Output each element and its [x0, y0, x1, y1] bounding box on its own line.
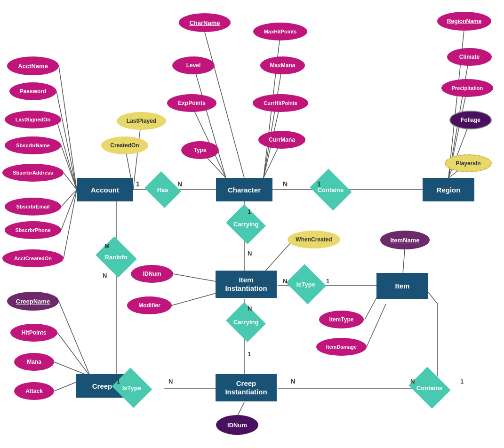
- attr-sbscrberemail: SbscrbrEmail: [5, 198, 61, 216]
- attr-regionname: RegionName: [437, 12, 491, 31]
- attr-type: Type: [181, 141, 219, 159]
- attr-idnum-creep-instantiation: IDNum: [216, 415, 258, 435]
- svg-line-35: [172, 292, 221, 305]
- svg-line-12: [191, 103, 226, 178]
- attr-createdon: CreatedOn: [101, 136, 148, 154]
- svg-line-48: [237, 402, 244, 416]
- attr-itemtype: ItemType: [319, 311, 364, 328]
- attr-idnum-item: IDNum: [131, 265, 173, 283]
- region-entity: Region: [423, 178, 474, 201]
- svg-line-2: [56, 120, 77, 190]
- item-entity: Item: [376, 273, 428, 299]
- attr-lastplayed: LastPlayed: [117, 112, 166, 130]
- svg-line-47: [428, 292, 438, 304]
- svg-line-37: [133, 121, 141, 190]
- attr-playersin: PlayersIn: [445, 154, 492, 172]
- svg-line-5: [61, 190, 77, 207]
- attr-currhitpoints: CurrHitPoints: [253, 94, 308, 112]
- attr-hitpoints: HitPoints: [10, 324, 57, 342]
- creep-instantiation-entity: CreepInstantiation: [216, 374, 277, 401]
- attr-password: Password: [9, 82, 56, 100]
- attr-whencreated: WhenCreated: [288, 231, 340, 248]
- attr-charname: CharName: [179, 13, 231, 32]
- attr-exppoints: ExpPoints: [167, 94, 216, 112]
- svg-line-7: [64, 190, 77, 258]
- svg-line-34: [173, 274, 221, 282]
- account-entity: Account: [77, 178, 133, 201]
- svg-line-39: [59, 301, 90, 376]
- attr-precipitation: Precipitation: [441, 79, 493, 97]
- attr-attack: Attack: [14, 382, 54, 400]
- attr-acctname: AcctName: [7, 56, 59, 75]
- character-entity: Character: [216, 178, 272, 201]
- attr-lastsignedon: LastSignedOn: [5, 111, 61, 128]
- attr-sbscrbrname: SbscrbrName: [5, 136, 61, 154]
- attr-itemdamage: ItemDamage: [316, 338, 367, 356]
- attr-currmana: CurrMana: [258, 131, 305, 149]
- attr-sbscrbrphone: SbscrbrPhone: [5, 221, 61, 239]
- svg-line-6: [61, 190, 77, 230]
- attr-foliage: Foliage: [449, 111, 492, 129]
- attr-modifier: Modifier: [127, 296, 172, 314]
- attr-itemname: ItemName: [380, 231, 430, 249]
- attr-maxmana: MaxMana: [260, 56, 305, 74]
- svg-line-36: [264, 240, 293, 273]
- attr-mana: Mana: [14, 353, 54, 371]
- svg-line-15: [264, 65, 282, 178]
- attr-acctcreatedon: AcctCreatedOn: [2, 249, 64, 267]
- item-instantiation-entity: ItemInstantiation: [216, 271, 277, 298]
- svg-line-11: [193, 65, 226, 178]
- attr-climate: Climate: [447, 48, 492, 66]
- attr-level: Level: [172, 56, 215, 74]
- attr-maxhitpoints: MaxHitPoints: [253, 23, 307, 40]
- attr-creepname: CreepName: [7, 292, 59, 311]
- attr-sbscrbraddress: SbscrbrAddress: [2, 164, 64, 182]
